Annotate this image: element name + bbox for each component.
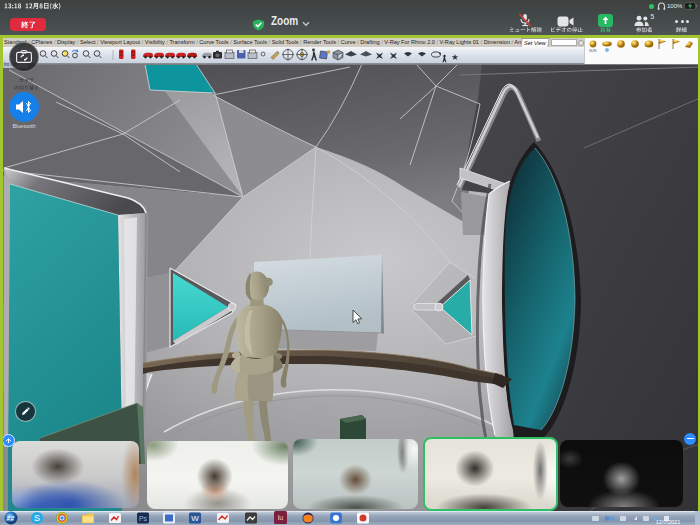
svg-text:SUN: SUN xyxy=(589,49,597,53)
svg-text:Ps: Ps xyxy=(139,515,148,522)
svg-text:12/7/2021: 12/7/2021 xyxy=(656,519,680,525)
svg-text:S: S xyxy=(34,513,40,523)
svg-text:lu: lu xyxy=(278,514,284,521)
svg-text:W: W xyxy=(191,514,199,523)
